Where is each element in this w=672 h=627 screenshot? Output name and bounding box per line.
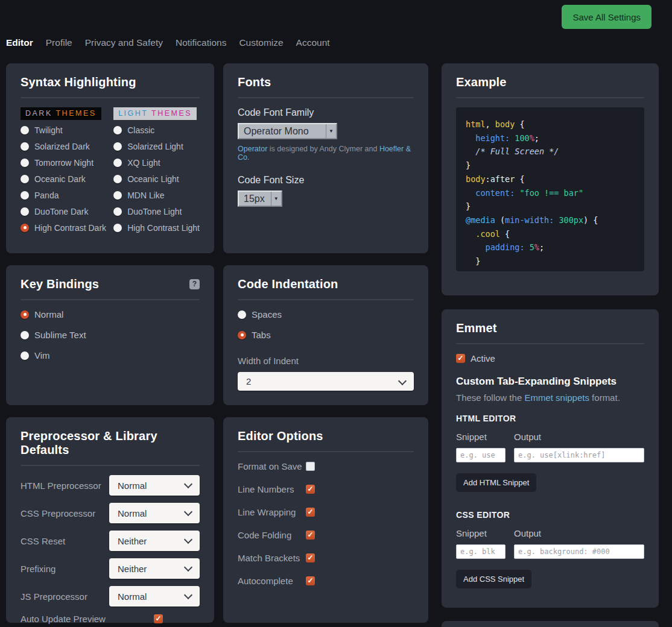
autocomplete-checkbox[interactable]: [306, 576, 315, 585]
code-font-size-select[interactable]: 15px ▼: [238, 191, 282, 207]
select-value: Neither: [118, 564, 147, 574]
css-preprocessor-select[interactable]: Normal: [109, 503, 200, 523]
auto-update-preview-checkbox[interactable]: [154, 614, 163, 623]
active-label: Active: [471, 353, 495, 364]
dark-theme-option[interactable]: Twilight: [21, 125, 113, 134]
font-note-link[interactable]: Operator: [238, 145, 267, 153]
dark-theme-option[interactable]: Panda: [21, 191, 113, 200]
code-token: [466, 147, 475, 156]
tab-notifications[interactable]: Notifications: [176, 37, 226, 48]
code-token: }: [466, 201, 471, 211]
radio-icon[interactable]: [113, 191, 122, 200]
html-output-input[interactable]: [514, 448, 644, 462]
dark-theme-option-label: Twilight: [34, 125, 63, 135]
code-token: %: [534, 242, 539, 252]
radio-icon[interactable]: [238, 310, 246, 319]
badge-word: DARK: [25, 109, 52, 118]
tab-profile[interactable]: Profile: [46, 37, 72, 48]
html-snippet-input[interactable]: [456, 448, 506, 462]
key-binding-option[interactable]: Normal: [21, 309, 200, 320]
add-html-snippet-button[interactable]: Add HTML Snippet: [456, 473, 536, 492]
key-binding-option[interactable]: Sublime Text: [21, 330, 200, 340]
radio-icon[interactable]: [21, 126, 29, 134]
radio-icon[interactable]: [21, 207, 29, 216]
indentation-option[interactable]: Tabs: [238, 330, 414, 340]
dark-theme-option-label: DuoTone Dark: [34, 207, 89, 216]
light-theme-option[interactable]: XQ Light: [113, 158, 200, 167]
divider: [238, 97, 414, 98]
editor-option-row: Code Folding: [238, 530, 414, 540]
tab-editor[interactable]: Editor: [6, 37, 33, 48]
editor-options-card: Editor Options Format on SaveLine Number…: [223, 417, 428, 623]
radio-icon[interactable]: [21, 224, 29, 232]
emmet-active-row[interactable]: Active: [456, 353, 644, 364]
radio-icon[interactable]: [21, 175, 29, 183]
key-binding-option[interactable]: Vim: [21, 350, 200, 361]
radio-icon[interactable]: [113, 175, 122, 183]
format-on-save-checkbox[interactable]: [306, 462, 315, 471]
syntax-example-code: html, body { height: 100%; /* Full Scree…: [456, 107, 644, 271]
indentation-option[interactable]: Spaces: [238, 309, 414, 320]
radio-icon[interactable]: [238, 331, 246, 339]
radio-icon[interactable]: [113, 224, 122, 232]
format-on-save-label: Format on Save: [238, 461, 306, 471]
radio-icon[interactable]: [113, 207, 122, 216]
tab-privacy-and-safety[interactable]: Privacy and Safety: [85, 37, 163, 48]
line-numbers-checkbox[interactable]: [306, 485, 315, 494]
code-indentation-card: Code Indentation SpacesTabs Width of Ind…: [223, 265, 428, 405]
settings-page: Save All Settings EditorProfilePrivacy a…: [0, 0, 672, 627]
code-token: body: [495, 119, 515, 129]
match-brackets-checkbox[interactable]: [306, 553, 315, 562]
dark-theme-option[interactable]: High Contrast Dark: [21, 223, 113, 232]
tab-account[interactable]: Account: [296, 37, 330, 48]
save-all-settings-button[interactable]: Save All Settings: [562, 5, 651, 29]
help-icon[interactable]: ?: [189, 279, 200, 289]
active-checkbox[interactable]: [456, 354, 465, 363]
key-binding-option-label: Vim: [34, 350, 50, 361]
light-theme-option[interactable]: High Contrast Light: [113, 223, 200, 232]
auto-update-preview-row: Auto Update Preview: [21, 614, 200, 624]
width-of-indent-label: Width of Indent: [238, 356, 414, 366]
prefixing-select[interactable]: Neither: [109, 558, 200, 579]
radio-icon[interactable]: [21, 142, 29, 151]
dark-theme-option[interactable]: Solarized Dark: [21, 142, 113, 151]
light-theme-option-label: Solarized Light: [127, 142, 183, 151]
code-line: height: 100%;: [466, 131, 635, 145]
light-theme-option[interactable]: Oceanic Light: [113, 174, 200, 183]
code-font-family-select[interactable]: Operator Mono ▼: [238, 123, 337, 139]
dark-theme-option[interactable]: Tomorrow Night: [21, 158, 113, 167]
radio-icon[interactable]: [21, 159, 29, 167]
radio-icon[interactable]: [21, 351, 29, 360]
add-css-snippet-button[interactable]: Add CSS Snippet: [456, 570, 531, 588]
html-output-label: Output: [514, 432, 644, 442]
settings-tab-bar: EditorProfilePrivacy and SafetyNotificat…: [6, 37, 330, 48]
css-snippet-input[interactable]: [456, 544, 506, 559]
tab-customize[interactable]: Customize: [239, 37, 283, 48]
radio-icon[interactable]: [113, 159, 122, 167]
width-of-indent-select[interactable]: 2: [238, 372, 414, 391]
radio-icon[interactable]: [113, 126, 122, 134]
light-theme-option[interactable]: Solarized Light: [113, 142, 200, 151]
emmet-description-link[interactable]: Emmet snippets: [524, 392, 589, 403]
code-token: ;: [534, 133, 539, 143]
css-reset-select[interactable]: Neither: [109, 531, 200, 551]
radio-icon[interactable]: [21, 191, 29, 200]
emmet-description-text: These follow the: [456, 392, 524, 403]
editor-option-row: Format on Save: [238, 461, 414, 471]
radio-icon[interactable]: [21, 331, 29, 339]
js-preprocessor-select[interactable]: Normal: [109, 586, 200, 607]
css-output-input[interactable]: [514, 544, 644, 559]
code-line: @media (min-width: 300px) {: [466, 213, 635, 227]
light-theme-option[interactable]: Classic: [113, 125, 200, 134]
code-token: 100: [515, 133, 529, 143]
dark-theme-option[interactable]: DuoTone Dark: [21, 207, 113, 216]
html-preprocessor-select[interactable]: Normal: [109, 475, 200, 496]
light-theme-option[interactable]: MDN Like: [113, 191, 200, 200]
light-theme-option[interactable]: DuoTone Light: [113, 207, 200, 216]
dark-theme-option[interactable]: Oceanic Dark: [21, 174, 113, 183]
radio-icon[interactable]: [113, 142, 122, 151]
line-wrapping-checkbox[interactable]: [306, 508, 315, 517]
dark-theme-option-label: Solarized Dark: [34, 142, 90, 151]
radio-icon[interactable]: [21, 310, 29, 319]
code-folding-checkbox[interactable]: [306, 531, 315, 540]
